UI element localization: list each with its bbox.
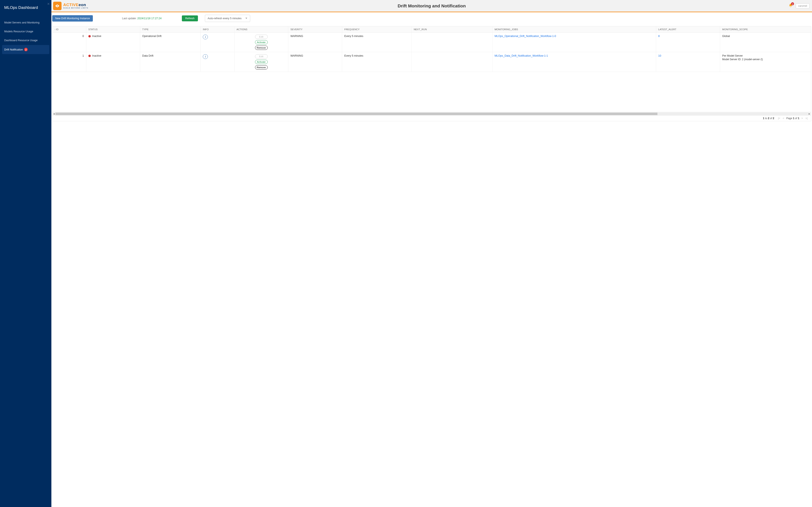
status-dot-icon — [88, 55, 91, 57]
cell-actions: Edit Activate Remove — [234, 33, 288, 52]
col-severity[interactable]: SEVERITY — [288, 26, 342, 33]
col-nextrun[interactable]: NEXT_RUN — [411, 26, 492, 33]
cell-scope: Per Model Server Model Server ID: 2 (mod… — [720, 52, 811, 72]
sidebar-badge: 2 — [24, 48, 28, 51]
cell-alert: 8 — [656, 33, 720, 52]
sidebar-item-model-servers[interactable]: Model Servers and Monitoring — [2, 18, 49, 27]
main: ACTIVEeon SCALE BEYOND LIMITS Drift Moni… — [51, 0, 812, 507]
page-next-icon[interactable]: > — [801, 117, 803, 120]
col-alert[interactable]: LATEST_ALERT — [656, 26, 720, 33]
cell-frequency: Every 5 minutes — [342, 52, 411, 72]
logo-text: ACTIVEeon SCALE BEYOND LIMITS — [63, 3, 88, 9]
sort-asc-icon: ↑ — [55, 28, 56, 31]
latest-alert-link[interactable]: 10 — [658, 54, 661, 57]
col-type[interactable]: TYPE — [140, 26, 201, 33]
autorefresh-select[interactable]: Auto-refresh every 5 minutes — [205, 15, 250, 22]
notifications-button[interactable]: 2 — [789, 3, 793, 8]
remove-button[interactable]: Remove — [255, 65, 268, 69]
row-count: 1 to 2 of 2 — [763, 117, 774, 120]
last-update-timestamp: 2024/11/18 17:27:24 — [137, 17, 161, 20]
sidebar-item-label: Model Servers and Monitoring — [4, 21, 40, 24]
activate-button[interactable]: Activate — [255, 40, 268, 44]
page-title: Drift Monitoring and Notification — [398, 3, 466, 8]
col-jobs[interactable]: MONITORING_JOBS — [492, 26, 656, 33]
cell-severity: WARNING — [288, 33, 342, 52]
cell-scope: Global — [720, 33, 811, 52]
info-button[interactable]: i — [203, 54, 208, 59]
remove-button[interactable]: Remove — [255, 46, 268, 50]
monitoring-job-link[interactable]: MLOps_Data_Drift_Notification_Workflow-1… — [495, 54, 548, 57]
page-last-icon[interactable]: >| — [805, 117, 808, 120]
page-first-icon[interactable]: |< — [777, 117, 780, 120]
status-label: Inactive — [92, 35, 101, 38]
grid-empty-space — [52, 72, 811, 112]
scope-line2: Model Server ID: 2 (model-server-2) — [722, 58, 809, 61]
header: ACTIVEeon SCALE BEYOND LIMITS Drift Moni… — [51, 0, 812, 12]
monitoring-job-link[interactable]: MLOps_Operational_Drift_Notification_Wor… — [495, 35, 556, 38]
last-update-label: Last update: 2024/11/18 17:27:24 — [122, 17, 161, 20]
autorefresh-value: Auto-refresh every 5 minutes — [205, 15, 250, 22]
cell-alert: 10 — [656, 52, 720, 72]
cell-nextrun — [411, 33, 492, 52]
table-row[interactable]: 0 Inactive Operational Drift i — [52, 33, 811, 52]
col-actions[interactable]: ACTIONS — [234, 26, 288, 33]
refresh-button[interactable]: Refresh — [182, 15, 198, 21]
sidebar-close-icon[interactable]: × — [47, 2, 50, 6]
activate-button[interactable]: Activate — [255, 60, 268, 64]
cell-type: Operational Drift — [140, 33, 201, 52]
status-label: Inactive — [92, 54, 101, 57]
cell-frequency: Every 5 minutes — [342, 33, 411, 52]
page-prev-icon[interactable]: < — [782, 117, 784, 120]
new-drift-instance-button[interactable]: New Drift Monitoring Instance — [52, 15, 93, 21]
sidebar-item-models-resource[interactable]: Models Resource Usage — [2, 27, 49, 36]
pager: |< < Page 1 of 1 > >| — [777, 117, 808, 120]
cell-jobs: MLOps_Operational_Drift_Notification_Wor… — [492, 33, 656, 52]
horizontal-scrollbar[interactable]: ◀ ▶ — [52, 112, 811, 115]
scroll-left-icon[interactable]: ◀ — [52, 113, 55, 115]
sidebar-nav: Model Servers and Monitoring Models Reso… — [0, 18, 51, 54]
col-info[interactable]: INFO — [201, 26, 234, 33]
scope-line1: Per Model Server — [722, 54, 809, 57]
user-menu[interactable]: caromel — [796, 3, 809, 8]
edit-button: Edit — [255, 35, 268, 39]
sidebar-item-label: Drift Notification — [4, 48, 23, 51]
cell-actions: Edit Activate Remove — [234, 52, 288, 72]
cell-info: i — [201, 52, 234, 72]
latest-alert-link[interactable]: 8 — [658, 35, 660, 38]
table-row[interactable]: 1 Inactive Data Drift i — [52, 52, 811, 72]
table-header-row: ↑ID STATUS TYPE INFO ACTIONS SEVERITY FR… — [52, 26, 811, 33]
scope-line1: Global — [722, 35, 809, 38]
col-frequency[interactable]: FREQUENCY — [342, 26, 411, 33]
sidebar-title: MLOps Dashboard — [0, 0, 51, 18]
cell-id: 1 — [52, 52, 86, 72]
status-dot-icon — [88, 35, 91, 38]
cell-nextrun — [411, 52, 492, 72]
cell-id: 0 — [52, 33, 86, 52]
toolbar: New Drift Monitoring Instance Last updat… — [51, 12, 812, 24]
scroll-right-icon[interactable]: ▶ — [808, 113, 811, 115]
notification-count-badge: 2 — [791, 2, 794, 5]
cell-info: i — [201, 33, 234, 52]
edit-button: Edit — [255, 54, 268, 59]
col-scope[interactable]: MONITORING_SCOPE — [720, 26, 811, 33]
cell-status: Inactive — [86, 52, 140, 72]
cell-jobs: MLOps_Data_Drift_Notification_Workflow-1… — [492, 52, 656, 72]
logo-mark-icon — [53, 2, 61, 10]
sidebar-item-dashboard-resource[interactable]: Dashboard Resource Usage — [2, 36, 49, 45]
cell-severity: WARNING — [288, 52, 342, 72]
drift-table: ↑ID STATUS TYPE INFO ACTIONS SEVERITY FR… — [52, 26, 811, 121]
sidebar: × MLOps Dashboard Model Servers and Moni… — [0, 0, 51, 507]
col-id[interactable]: ↑ID — [52, 26, 86, 33]
info-button[interactable]: i — [203, 35, 208, 39]
bell-icon — [789, 5, 793, 8]
sidebar-item-drift-notification[interactable]: Drift Notification 2 — [2, 45, 49, 54]
page-info: Page 1 of 1 — [786, 117, 799, 120]
svg-point-0 — [55, 5, 56, 6]
svg-point-1 — [58, 5, 59, 6]
logo[interactable]: ACTIVEeon SCALE BEYOND LIMITS — [53, 2, 88, 10]
col-status[interactable]: STATUS — [86, 26, 140, 33]
sidebar-item-label: Models Resource Usage — [4, 30, 33, 33]
scroll-thumb[interactable] — [55, 113, 657, 115]
cell-status: Inactive — [86, 33, 140, 52]
scroll-track[interactable] — [55, 113, 808, 115]
